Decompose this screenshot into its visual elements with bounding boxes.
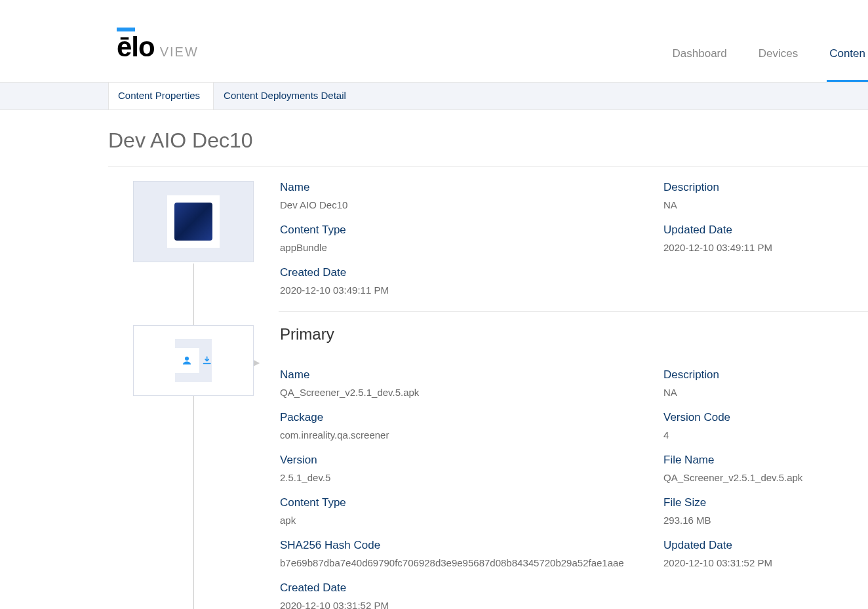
primary-package-field: Package com.inreality.qa.screener xyxy=(280,411,663,441)
nav-devices[interactable]: Devices xyxy=(756,38,800,82)
download-icon xyxy=(202,355,212,366)
primary-name-value: QA_Screener_v2.5.1_dev.5.apk xyxy=(280,387,650,398)
primary-file-name-label: File Name xyxy=(663,454,855,467)
nav-dashboard[interactable]: Dashboard xyxy=(670,38,730,82)
main-nav: Dashboard Devices Conten xyxy=(670,38,868,82)
app-header: ēlo VIEW Dashboard Devices Conten xyxy=(0,0,868,83)
content-area: Name Dev AIO Dec10 Description NA Conten… xyxy=(108,167,868,609)
primary-version-label: Version xyxy=(280,454,650,467)
bundle-name-field: Name Dev AIO Dec10 xyxy=(280,181,663,210)
primary-package-label: Package xyxy=(280,411,650,424)
bundle-updated-value: 2020-12-10 03:49:11 PM xyxy=(663,242,855,253)
tree-arrow-icon: ▶ xyxy=(254,358,260,367)
primary-description-label: Description xyxy=(663,368,855,382)
primary-description-field: Description NA xyxy=(663,368,868,398)
bundle-name-label: Name xyxy=(280,181,650,194)
logo-main: ēlo xyxy=(117,31,155,63)
primary-name-field: Name QA_Screener_v2.5.1_dev.5.apk xyxy=(280,368,663,398)
bundle-name-value: Dev AIO Dec10 xyxy=(280,199,650,210)
app-icon-square xyxy=(174,203,212,241)
bundle-created-label: Created Date xyxy=(280,266,855,279)
primary-section-title: Primary xyxy=(280,325,868,344)
primary-row: ▶ Primary Name QA_Screener_v2.5.1_dev.5.… xyxy=(108,325,868,609)
primary-version-field: Version 2.5.1_dev.5 xyxy=(280,454,663,483)
tabs-bar: Content Properties Content Deployments D… xyxy=(0,83,868,110)
bundle-created-field: Created Date 2020-12-10 03:49:11 PM xyxy=(280,266,868,296)
primary-created-value: 2020-12-10 03:31:52 PM xyxy=(280,600,855,609)
tab-content-deployments[interactable]: Content Deployments Detail xyxy=(214,82,360,109)
primary-updated-field: Updated Date 2020-12-10 03:31:52 PM xyxy=(663,539,868,568)
bundle-updated-field: Updated Date 2020-12-10 03:49:11 PM xyxy=(663,224,868,253)
bundle-content-type-label: Content Type xyxy=(280,224,650,237)
section-divider xyxy=(279,311,868,312)
logo: ēlo VIEW xyxy=(117,31,199,63)
primary-content-type-value: apk xyxy=(280,515,650,526)
primary-version-code-label: Version Code xyxy=(663,411,855,424)
primary-updated-label: Updated Date xyxy=(663,539,855,552)
logo-sub: VIEW xyxy=(160,45,199,60)
primary-version-value: 2.5.1_dev.5 xyxy=(280,472,650,483)
primary-content-type-label: Content Type xyxy=(280,496,650,509)
primary-updated-value: 2020-12-10 03:31:52 PM xyxy=(663,557,855,568)
primary-file-size-value: 293.16 MB xyxy=(663,515,855,526)
bundle-updated-label: Updated Date xyxy=(663,224,855,237)
svg-point-0 xyxy=(185,357,189,361)
primary-file-name-field: File Name QA_Screener_v2.5.1_dev.5.apk xyxy=(663,454,868,483)
primary-package-value: com.inreality.qa.screener xyxy=(280,429,650,441)
primary-created-field: Created Date 2020-12-10 03:31:52 PM xyxy=(280,581,868,609)
bundle-description-field: Description NA xyxy=(663,181,868,210)
bundle-content-type-field: Content Type appBundle xyxy=(280,224,663,253)
primary-name-label: Name xyxy=(280,368,650,382)
nav-content[interactable]: Conten xyxy=(827,38,868,82)
bundle-content-type-value: appBundle xyxy=(280,242,650,253)
primary-sha-field: SHA256 Hash Code b7e69b87dba7e40d69790fc… xyxy=(280,539,663,568)
primary-version-code-value: 4 xyxy=(663,429,855,441)
bundle-icon-box[interactable] xyxy=(133,181,254,262)
bundle-row: Name Dev AIO Dec10 Description NA Conten… xyxy=(108,181,868,296)
primary-sha-label: SHA256 Hash Code xyxy=(280,539,650,552)
primary-sha-value: b7e69b87dba7e40d69790fc706928d3e9e95687d… xyxy=(280,557,650,568)
primary-created-label: Created Date xyxy=(280,581,855,595)
primary-version-code-field: Version Code 4 xyxy=(663,411,868,441)
primary-details: Primary Name QA_Screener_v2.5.1_dev.5.ap… xyxy=(254,325,868,609)
person-icon xyxy=(181,355,193,366)
primary-description-value: NA xyxy=(663,387,855,398)
apk-inner xyxy=(175,339,212,382)
primary-file-name-value: QA_Screener_v2.5.1_dev.5.apk xyxy=(663,472,855,483)
primary-file-size-label: File Size xyxy=(663,496,855,509)
bundle-description-label: Description xyxy=(663,181,855,194)
apk-person-icon-wrap xyxy=(175,348,199,373)
tab-content-properties[interactable]: Content Properties xyxy=(108,82,214,109)
bundle-created-value: 2020-12-10 03:49:11 PM xyxy=(280,285,855,296)
primary-content-type-field: Content Type apk xyxy=(280,496,663,526)
bundle-details: Name Dev AIO Dec10 Description NA Conten… xyxy=(254,181,868,296)
primary-file-size-field: File Size 293.16 MB xyxy=(663,496,868,526)
bundle-app-icon xyxy=(167,195,220,248)
page-title: Dev AIO Dec10 xyxy=(0,110,868,166)
bundle-description-value: NA xyxy=(663,199,855,210)
apk-icon-box[interactable] xyxy=(133,325,254,396)
